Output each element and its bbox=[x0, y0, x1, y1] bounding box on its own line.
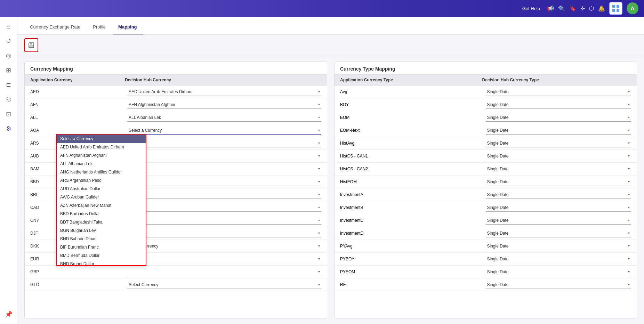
bookmark-icon[interactable]: 🔖 bbox=[569, 5, 576, 12]
currency-type-select-eom[interactable]: Single Date ▾ bbox=[486, 113, 631, 122]
currency-type-select-histcs-can1[interactable]: Single Date ▾ bbox=[486, 152, 631, 160]
chevron-down-icon: ▾ bbox=[318, 167, 320, 171]
currency-select-afn[interactable]: AFN Afghanistan Afghani ▾ bbox=[127, 100, 321, 109]
currency-type-select-avg[interactable]: Single Date ▾ bbox=[486, 88, 631, 96]
currency-type-select-re[interactable]: Single Date ▾ bbox=[486, 281, 631, 289]
sidebar-item-person[interactable]: ⚇ bbox=[2, 93, 15, 106]
currency-select-gbp[interactable]: ▾ bbox=[127, 268, 321, 276]
chevron-down-icon: ▾ bbox=[628, 115, 630, 119]
chevron-down-icon: ▾ bbox=[628, 90, 630, 94]
currency-select-dkk[interactable]: Select Currency ▾ bbox=[127, 242, 321, 250]
dropdown-option[interactable]: AZN Azerbaijan New Manat bbox=[57, 201, 146, 210]
announcement-icon[interactable]: 📢 bbox=[547, 5, 554, 12]
currency-select-aed[interactable]: AED United Arab Emirates Dirham ▾ bbox=[127, 88, 321, 96]
bell-icon[interactable]: 🔔 bbox=[598, 5, 605, 12]
app-grid-icon bbox=[612, 5, 620, 12]
currency-select-brl[interactable]: ▾ bbox=[127, 191, 321, 199]
app-icon-button[interactable] bbox=[609, 2, 622, 15]
tab-profile[interactable]: Profile bbox=[87, 20, 111, 34]
currency-type-select-pyavg[interactable]: Single Date ▾ bbox=[486, 242, 631, 250]
sidebar-item-refresh[interactable]: ↺ bbox=[2, 35, 15, 47]
dropdown-option[interactable]: ALL Albanian Lek bbox=[57, 160, 146, 168]
currency-type-mapping-panel: Currency Type Mapping Application Curren… bbox=[334, 62, 637, 318]
chevron-down-icon: ▾ bbox=[628, 218, 630, 222]
cube-icon[interactable]: ⬡ bbox=[589, 5, 594, 12]
chevron-down-icon: ▾ bbox=[628, 128, 630, 132]
table-row: PYEOM Single Date ▾ bbox=[335, 266, 637, 278]
currency-select-aud[interactable]: ▾ bbox=[127, 152, 321, 160]
dropdown-option[interactable]: ARS Argentinian Peso bbox=[57, 176, 146, 185]
col-decision-hub-currency-type: Decision Hub Currency Type bbox=[482, 78, 625, 82]
dropdown-option[interactable]: ANG Netherlands Antilles Guilder bbox=[57, 168, 146, 176]
currency-select-eur[interactable]: ▾ bbox=[127, 255, 321, 263]
get-help-link[interactable]: Get Help bbox=[522, 6, 540, 11]
currency-select-cad[interactable]: ▾ bbox=[127, 203, 321, 212]
dropdown-option[interactable]: BHD Bahrain Dinar bbox=[57, 235, 146, 243]
chevron-down-icon: ▾ bbox=[628, 244, 630, 248]
sidebar-item-pin[interactable]: 📌 bbox=[2, 308, 15, 321]
sidebar-item-grid[interactable]: ⊞ bbox=[2, 64, 15, 76]
currency-select-djf[interactable]: ▾ bbox=[127, 229, 321, 237]
dropdown-option[interactable]: BMD Bermuda Dollar bbox=[57, 251, 146, 260]
chevron-down-icon: ▾ bbox=[628, 270, 630, 274]
dropdown-option[interactable]: AED United Arab Emirates Dirham bbox=[57, 143, 146, 151]
currency-select-aoa[interactable]: Select a Currency ▾ bbox=[127, 126, 321, 135]
chevron-down-icon: ▾ bbox=[318, 218, 320, 222]
crosshair-icon[interactable]: ✛ bbox=[580, 5, 585, 12]
table-row: InvestmentC Single Date ▾ bbox=[335, 214, 637, 227]
sidebar-item-settings[interactable]: ⚙ bbox=[2, 122, 15, 135]
currency-select-bbd[interactable]: ▾ bbox=[127, 178, 321, 186]
tab-bar: Currency Exchange Rate Profile Mapping bbox=[17, 17, 644, 35]
dropdown-option[interactable]: BDT Bangladeshi Taka bbox=[57, 218, 146, 226]
currency-code: AFN bbox=[30, 102, 127, 107]
chevron-down-icon: ▾ bbox=[318, 193, 320, 196]
chevron-down-icon: ▾ bbox=[318, 180, 320, 184]
currency-type-label: InvestmentD bbox=[340, 231, 486, 236]
dropdown-option[interactable]: BIF Burundian Franc bbox=[57, 243, 146, 251]
tab-mapping[interactable]: Mapping bbox=[113, 20, 142, 34]
currency-type-label: HistCS - CAN1 bbox=[340, 154, 486, 159]
currency-type-select-histeom[interactable]: Single Date ▾ bbox=[486, 178, 631, 186]
chevron-down-icon: ▾ bbox=[318, 141, 320, 145]
search-icon[interactable]: 🔍 bbox=[558, 5, 565, 12]
currency-select-bam[interactable]: ▾ bbox=[127, 165, 321, 173]
currency-type-select-histcs-can2[interactable]: Single Date ▾ bbox=[486, 165, 631, 173]
tab-currency-exchange-rate[interactable]: Currency Exchange Rate bbox=[24, 20, 86, 34]
chevron-down-icon: ▾ bbox=[318, 128, 320, 132]
dropdown-option[interactable]: AWG Aruban Guilder bbox=[57, 193, 146, 201]
currency-type-label: InvestmentA bbox=[340, 192, 486, 197]
currency-type-select-investmentc[interactable]: Single Date ▾ bbox=[486, 216, 631, 225]
dropdown-option[interactable]: BBD Barbados Dollar bbox=[57, 210, 146, 218]
dropdown-option[interactable]: AFN Afghanistan Afghani bbox=[57, 151, 146, 160]
sidebar-item-target[interactable]: ◎ bbox=[2, 49, 15, 62]
table-row: HistCS - CAN1 Single Date ▾ bbox=[335, 150, 637, 163]
user-avatar[interactable]: A bbox=[627, 2, 638, 14]
currency-type-select-pyeom[interactable]: Single Date ▾ bbox=[486, 268, 631, 276]
sidebar-item-flow[interactable]: ⊏ bbox=[2, 79, 15, 91]
currency-select-ars[interactable]: ▾ bbox=[127, 139, 321, 147]
chevron-down-icon: ▾ bbox=[318, 103, 320, 106]
currency-type-select-investmenta[interactable]: Single Date ▾ bbox=[486, 191, 631, 199]
sidebar-item-box[interactable]: ⊡ bbox=[2, 108, 15, 120]
currency-type-select-histavg[interactable]: Single Date ▾ bbox=[486, 139, 631, 147]
currency-type-select-boy[interactable]: Single Date ▾ bbox=[486, 100, 631, 109]
currency-select-cny[interactable]: ▾ bbox=[127, 216, 321, 225]
dropdown-option[interactable]: AUD Australian Dollar bbox=[57, 185, 146, 193]
currency-type-select-investmentd[interactable]: Single Date ▾ bbox=[486, 229, 631, 237]
save-button[interactable] bbox=[24, 38, 38, 52]
currency-type-select-pyboy[interactable]: Single Date ▾ bbox=[486, 255, 631, 263]
chevron-down-icon: ▾ bbox=[318, 244, 320, 248]
svg-rect-5 bbox=[30, 43, 32, 44]
sidebar-item-home[interactable]: ⌂ bbox=[2, 20, 15, 33]
dropdown-option[interactable]: BND Brunei Dollar bbox=[57, 260, 146, 266]
currency-type-select-investmentb[interactable]: Single Date ▾ bbox=[486, 203, 631, 212]
currency-select-gto[interactable]: Select Currency ▾ bbox=[127, 281, 321, 289]
dropdown-option[interactable]: BGN Bulgarian Lev bbox=[57, 226, 146, 235]
currency-type-select-eom-next[interactable]: Single Date ▾ bbox=[486, 126, 631, 135]
currency-type-label: InvestmentB bbox=[340, 205, 486, 210]
chevron-down-icon: ▾ bbox=[628, 180, 630, 184]
chevron-down-icon: ▾ bbox=[318, 257, 320, 261]
currency-select-all[interactable]: ALL Albanian Lek ▾ bbox=[127, 113, 321, 122]
dropdown-option[interactable]: Select a Currency bbox=[57, 135, 146, 143]
currency-type-label: EOM-Next bbox=[340, 128, 486, 133]
